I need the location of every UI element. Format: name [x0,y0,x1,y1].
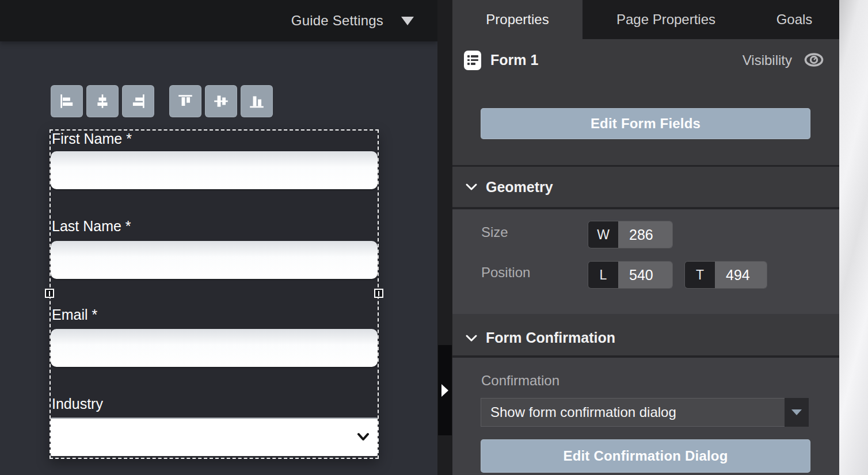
form-icon [464,51,481,70]
alignment-toolbar [51,85,276,117]
triangle-down-icon [791,409,802,415]
width-prefix: W [588,221,618,248]
size-label: Size [481,224,508,240]
form-field-label: First Name * [52,131,132,147]
resize-handle-right[interactable] [374,289,383,298]
form-confirmation-section-header[interactable]: Form Confirmation [452,320,839,355]
top-input-group: T 494 [685,262,767,288]
align-center-horizontal-icon [94,93,111,110]
chevron-down-icon [465,183,478,191]
top-prefix: T [685,262,715,288]
page-background-strip [839,0,868,475]
chevron-down-icon [465,334,478,342]
tab-properties[interactable]: Properties [452,0,583,39]
left-input[interactable]: 540 [618,262,672,288]
align-right-button[interactable] [122,85,154,117]
align-bottom-icon [248,93,265,110]
geometry-section-header[interactable]: Geometry [452,167,839,207]
form-field-label: Last Name * [52,218,131,235]
confirmation-label: Confirmation [481,373,559,389]
element-name: Form 1 [490,52,538,68]
align-middle-vertical-icon [212,93,230,110]
panel-collapse-button[interactable] [438,345,452,435]
toolbar-group-gap [158,85,169,117]
panel-gutter [437,0,452,475]
left-prefix: L [588,262,618,288]
tab-page-properties[interactable]: Page Properties [583,0,749,39]
align-left-button[interactable] [51,85,83,117]
properties-panel: Properties Page Properties Goals Form 1 … [452,0,839,475]
align-right-icon [130,93,147,110]
eye-icon[interactable] [804,52,824,70]
section-title: Form Confirmation [486,330,615,346]
width-input[interactable]: 286 [618,221,672,248]
align-bottom-button[interactable] [241,85,273,117]
align-top-icon [177,93,194,110]
industry-select[interactable] [51,417,378,456]
selected-form-element[interactable]: First Name * Last Name * Email * Industr… [50,129,379,459]
panel-tabbar: Properties Page Properties Goals [452,0,839,39]
resize-handle-left[interactable] [45,289,54,298]
guide-settings-menu[interactable]: Guide Settings [291,13,383,29]
chevron-right-icon [441,384,448,397]
align-left-icon [58,93,75,110]
align-center-horizontal-button[interactable] [86,85,119,117]
guide-designer-app: Guide Settings [0,0,868,475]
visibility-label: Visibility [743,52,792,68]
guide-settings-bar: Guide Settings [0,0,437,41]
confirmation-dropdown[interactable]: Show form confirmation dialog [481,398,809,427]
tab-goals[interactable]: Goals [749,0,839,39]
triangle-down-icon[interactable] [401,17,414,25]
chevron-down-icon [357,432,370,442]
first-name-input[interactable] [51,151,378,189]
top-input[interactable]: 494 [715,262,767,288]
last-name-input[interactable] [51,241,378,279]
dropdown-arrow-button[interactable] [785,398,809,427]
align-middle-vertical-button[interactable] [205,85,237,117]
width-input-group: W 286 [588,221,672,248]
edit-confirmation-dialog-button[interactable]: Edit Confirmation Dialog [481,439,810,473]
left-input-group: L 540 [588,262,672,288]
guide-canvas: Guide Settings [0,0,437,475]
section-title: Geometry [486,179,553,196]
email-input[interactable] [51,329,378,367]
align-top-button[interactable] [169,85,201,117]
edit-form-fields-button[interactable]: Edit Form Fields [481,108,810,139]
geometry-section-body: Size W 286 Position L 540 T 494 [452,209,839,314]
position-label: Position [481,265,530,281]
form-field-label: Email * [52,307,97,323]
form-field-label: Industry [52,396,103,412]
confirmation-dropdown-value: Show form confirmation dialog [481,398,785,427]
selected-element-row: Form 1 Visibility [452,48,839,74]
